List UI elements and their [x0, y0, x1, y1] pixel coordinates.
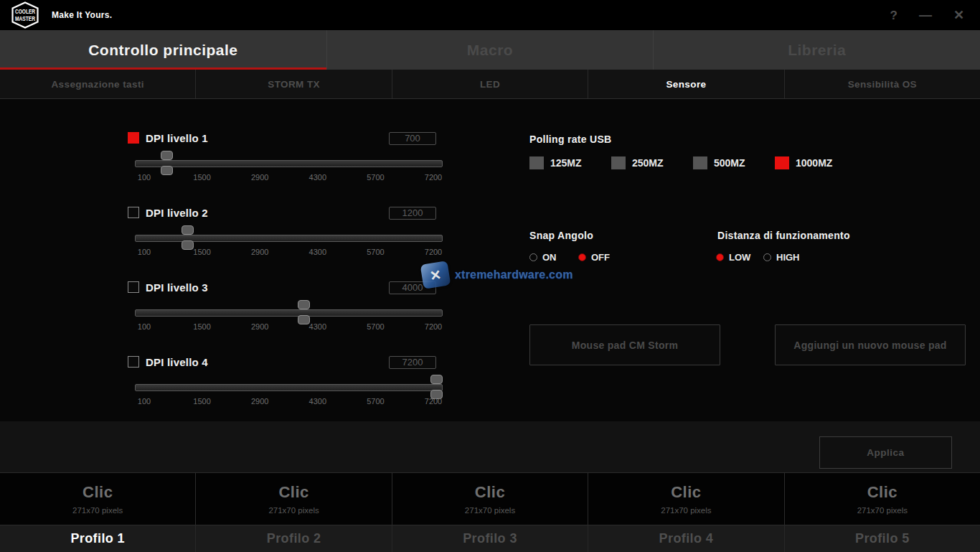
dpi-level-2-checkbox[interactable] [128, 207, 139, 218]
app-window: COOLER MASTER Make It Yours. ? — ✕ Contr… [0, 0, 980, 552]
button-action-label: Clic [278, 483, 308, 502]
button-size-label: 271x70 pixels [72, 506, 123, 515]
polling-checkbox[interactable] [693, 156, 707, 169]
dpi-level-1-slider-handle[interactable] [161, 151, 174, 175]
slider-tick-label: 100 [138, 248, 151, 256]
polling-checkbox[interactable] [611, 156, 626, 169]
apply-button[interactable]: Applica [819, 436, 952, 469]
minimize-icon[interactable]: — [919, 9, 932, 22]
polling-checkbox[interactable] [775, 156, 789, 169]
mousepad-cm-storm-button[interactable]: Mouse pad CM Storm [529, 324, 720, 365]
polling-option-label: 250MZ [632, 157, 664, 169]
slider-tick-label: 100 [138, 397, 151, 406]
slider-tick-label: 7200 [425, 248, 442, 256]
watermark-text: xtremehardware.com [455, 268, 573, 281]
radio-button[interactable] [578, 253, 586, 261]
distance-options: LOW HIGH [716, 252, 931, 263]
subtab-label: LED [480, 79, 500, 90]
dpi-level-3-slider-track[interactable] [135, 309, 443, 317]
slider-knob-top [161, 151, 173, 160]
dpi-level-4-checkbox[interactable] [128, 356, 139, 368]
polling-option-250mz[interactable]: 250MZ [611, 156, 664, 169]
slider-tick-label: 4300 [309, 173, 326, 182]
profile-tab-row: Profilo 1 Profilo 2 Profilo 3 Profilo 4 … [0, 525, 980, 552]
profile-tab-5[interactable]: Profilo 5 [785, 525, 980, 552]
snap-angle-on-option[interactable]: ON [529, 252, 557, 263]
subtab-sensore[interactable]: Sensore [588, 70, 784, 98]
dpi-level-1-slider-track[interactable] [135, 160, 443, 167]
radio-button[interactable] [716, 253, 724, 261]
tab-libreria[interactable]: Libreria [654, 30, 980, 70]
title-bar: COOLER MASTER Make It Yours. ? — ✕ [0, 0, 980, 30]
dpi-level-1-label: DPI livello 1 [146, 132, 208, 144]
dpi-level-1-row: DPI livello 1 700 1001500290043005700720… [128, 132, 444, 184]
profile-tab-4[interactable]: Profilo 4 [588, 525, 784, 552]
dpi-level-2-slider-track[interactable] [135, 235, 443, 242]
tab-label: Macro [467, 42, 513, 59]
profile-button-row: Clic 271x70 pixels Clic 271x70 pixels Cl… [0, 472, 980, 525]
dpi-level-1-scale: 10015002900430057007200 [144, 173, 433, 183]
slider-tick-label: 5700 [367, 173, 384, 182]
radio-label: HIGH [776, 252, 800, 263]
action-bar: Applica [0, 421, 980, 472]
polling-option-500mz[interactable]: 500MZ [693, 156, 745, 169]
close-icon[interactable]: ✕ [953, 9, 964, 22]
dpi-level-4-slider-handle[interactable] [430, 375, 443, 399]
tab-macro[interactable]: Macro [327, 30, 654, 70]
help-icon[interactable]: ? [890, 9, 897, 22]
snap-angle-title: Snap Angolo [529, 230, 593, 241]
dpi-level-4-label: DPI livello 4 [146, 356, 208, 368]
dpi-level-1-checkbox[interactable] [128, 132, 139, 144]
subtab-label: STORM TX [268, 79, 320, 90]
slider-tick-label: 7200 [425, 173, 442, 182]
polling-checkbox[interactable] [529, 156, 544, 169]
dpi-level-2-slider-handle[interactable] [182, 225, 194, 250]
profile-tab-2[interactable]: Profilo 2 [196, 525, 392, 552]
dpi-level-1-value-input[interactable]: 700 [389, 132, 436, 145]
slider-tick-label: 2900 [251, 322, 268, 331]
subtab-sensibilita-os[interactable]: Sensibilità OS [785, 70, 980, 98]
profile-tab-3[interactable]: Profilo 3 [392, 525, 588, 552]
subtab-label: Assegnazione tasti [51, 79, 143, 90]
slider-tick-label: 4300 [309, 248, 326, 256]
add-mousepad-button[interactable]: Aggiungi un nuovo mouse pad [775, 324, 966, 365]
profile-2-button-preview[interactable]: Clic 271x70 pixels [196, 473, 392, 525]
profile-5-button-preview[interactable]: Clic 271x70 pixels [785, 473, 980, 525]
distance-low-option[interactable]: LOW [716, 252, 750, 263]
dpi-level-3-label: DPI livello 3 [146, 281, 208, 294]
button-size-label: 271x70 pixels [268, 506, 319, 515]
xtremehardware-icon: ✕ [420, 261, 451, 289]
slider-tick-label: 1500 [193, 173, 210, 182]
profile-tab-1[interactable]: Profilo 1 [0, 525, 196, 552]
slider-tick-label: 2900 [251, 248, 268, 256]
slider-tick-label: 1500 [193, 397, 210, 406]
dpi-level-2-value-input[interactable]: 1200 [389, 207, 436, 220]
radio-button[interactable] [763, 253, 771, 261]
dpi-level-4-value-input[interactable]: 7200 [389, 356, 436, 369]
dpi-level-2-scale: 10015002900430057007200 [144, 248, 433, 258]
dpi-level-4-slider-track[interactable] [135, 384, 443, 391]
dpi-level-3-checkbox[interactable] [128, 281, 139, 293]
subtab-led[interactable]: LED [392, 70, 588, 98]
profile-4-button-preview[interactable]: Clic 271x70 pixels [588, 473, 784, 525]
subtab-storm-tx[interactable]: STORM TX [196, 70, 392, 98]
sensor-options-column: Polling rate USB 125MZ 250MZ 500MZ 1000M… [529, 99, 967, 421]
subtab-assegnazione-tasti[interactable]: Assegnazione tasti [0, 70, 196, 98]
distance-title: Distanza di funzionamento [717, 230, 850, 241]
dpi-level-2-row: DPI livello 2 1200 100150029004300570072… [128, 207, 444, 258]
tab-controllo-principale[interactable]: Controllo principale [0, 30, 327, 70]
profile-1-button-preview[interactable]: Clic 271x70 pixels [0, 473, 196, 525]
dpi-level-3-slider-handle[interactable] [298, 300, 311, 324]
window-controls: ? — ✕ [890, 9, 970, 22]
slider-tick-label: 4300 [309, 322, 326, 331]
polling-option-1000mz[interactable]: 1000MZ [775, 156, 832, 169]
polling-option-125mz[interactable]: 125MZ [529, 156, 582, 169]
snap-angle-off-option[interactable]: OFF [578, 252, 610, 263]
distance-high-option[interactable]: HIGH [763, 252, 800, 263]
slider-tick-label: 5700 [367, 322, 384, 331]
slider-knob-top [298, 300, 310, 309]
radio-button[interactable] [529, 253, 537, 261]
polling-rate-title: Polling rate USB [529, 134, 611, 145]
profile-3-button-preview[interactable]: Clic 271x70 pixels [392, 473, 588, 525]
radio-label: OFF [591, 252, 610, 263]
